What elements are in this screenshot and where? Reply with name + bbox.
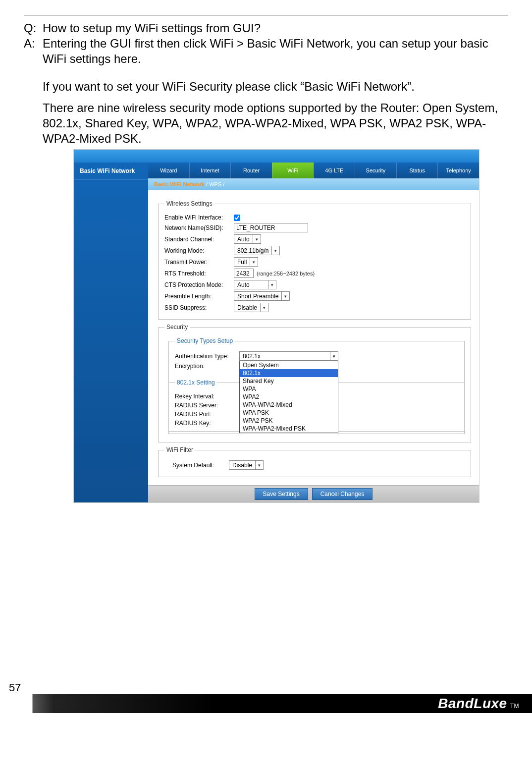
label-system-default: System Default: xyxy=(164,462,229,469)
wireless-settings-fieldset: Wireless Settings Enable WiFi Interface:… xyxy=(158,200,471,320)
option-shared-key[interactable]: Shared Key xyxy=(240,377,338,385)
answer-text-2: If you want to set your WiFi Security pl… xyxy=(43,79,508,94)
footer-bar: BandLuxeTM xyxy=(0,694,532,713)
channel-select[interactable]: Auto▾ xyxy=(234,234,261,244)
label-cts: CTS Protection Mode: xyxy=(164,281,234,288)
chevron-down-icon: ▾ xyxy=(271,246,279,255)
breadcrumb-current: Basic WiFi Network xyxy=(154,181,205,187)
label-radius-key: RADIUS Key: xyxy=(175,420,239,427)
label-radius-server: RADIUS Server: xyxy=(175,402,239,409)
label-encryption: Encryption: xyxy=(175,363,239,370)
system-default-select[interactable]: Disable▾ xyxy=(229,460,264,470)
page-number: 57 xyxy=(0,681,532,694)
preamble-select[interactable]: Short Preamble▾ xyxy=(234,291,290,301)
chevron-down-icon: ▾ xyxy=(268,280,276,289)
chevron-down-icon: ▾ xyxy=(281,292,289,300)
8021x-legend: 802.1x Setting xyxy=(175,379,217,386)
label-rts: RTS Threshold: xyxy=(164,270,234,277)
label-auth-type: Authentication Type: xyxy=(175,353,239,360)
rts-input[interactable] xyxy=(234,269,254,278)
breadcrumb: Basic WiFi Network / WPS / xyxy=(148,178,479,190)
rts-hint: (range:256~2432 bytes) xyxy=(257,271,315,276)
tab-wifi[interactable]: WiFi xyxy=(272,163,314,178)
option-wpa2-psk[interactable]: WPA2 PSK xyxy=(240,417,338,425)
label-preamble: Preamble Length: xyxy=(164,293,234,300)
tab-wizard[interactable]: Wizard xyxy=(148,163,189,178)
security-fieldset: Security Security Types Setup Authentica… xyxy=(158,324,471,442)
label-working-mode: Working Mode: xyxy=(164,247,234,254)
breadcrumb-wps[interactable]: WPS xyxy=(209,181,221,187)
option-wpa[interactable]: WPA xyxy=(240,385,338,393)
wireless-legend: Wireless Settings xyxy=(164,200,214,207)
router-gui-screenshot: Basic WiFi Network Wizard Internet Route… xyxy=(73,149,479,503)
option-wpa-wpa2-mixed-psk[interactable]: WPA-WPA2-Mixed PSK xyxy=(240,425,338,433)
save-settings-button[interactable]: Save Settings xyxy=(255,488,308,500)
tab-router[interactable]: Router xyxy=(230,163,272,178)
option-wpa-psk[interactable]: WPA PSK xyxy=(240,409,338,417)
button-bar: Save Settings Cancel Changes xyxy=(148,485,479,502)
label-radius-port: RADIUS Port: xyxy=(175,411,239,418)
cancel-changes-button[interactable]: Cancel Changes xyxy=(312,488,373,500)
top-tabs: Wizard Internet Router WiFi 4G LTE Secur… xyxy=(148,163,479,178)
working-mode-select[interactable]: 802.11b/g/n▾ xyxy=(234,246,280,255)
sidebar-item-basic-wifi[interactable]: Basic WiFi Network xyxy=(74,163,148,180)
cts-select[interactable]: Auto▾ xyxy=(234,280,276,289)
security-legend: Security xyxy=(164,324,190,330)
tab-security[interactable]: Security xyxy=(355,163,396,178)
chevron-down-icon: ▾ xyxy=(330,352,338,360)
a-label: A: xyxy=(24,36,43,66)
label-tx-power: Transmit Power: xyxy=(164,259,234,266)
label-ssid: Network Name(SSID): xyxy=(164,224,234,231)
auth-type-dropdown[interactable]: 802.1x▾ Open System 802.1x Shared Key WP… xyxy=(239,351,338,361)
ssid-suppress-select[interactable]: Disable▾ xyxy=(234,303,268,312)
chevron-down-icon: ▾ xyxy=(255,461,263,469)
tab-4glte[interactable]: 4G LTE xyxy=(314,163,355,178)
tab-status[interactable]: Status xyxy=(396,163,438,178)
ssid-input[interactable] xyxy=(234,223,308,232)
chevron-down-icon: ▾ xyxy=(253,235,261,243)
answer-text-1: Entering the GUI first then click WiFi >… xyxy=(43,36,508,66)
chevron-down-icon: ▾ xyxy=(260,303,268,312)
option-8021x[interactable]: 802.1x xyxy=(240,369,338,377)
option-wpa-wpa2-mixed[interactable]: WPA-WPA2-Mixed xyxy=(240,401,338,409)
tx-power-select[interactable]: Full▾ xyxy=(234,257,258,267)
tab-telephony[interactable]: Telephony xyxy=(437,163,479,178)
security-types-legend: Security Types Setup xyxy=(175,337,235,344)
option-open-system[interactable]: Open System xyxy=(240,361,338,369)
wifi-filter-legend: WiFi Filter xyxy=(164,446,195,453)
auth-type-options: Open System 802.1x Shared Key WPA WPA2 W… xyxy=(239,361,338,433)
q-label: Q: xyxy=(24,20,43,36)
answer-text-3: There are nine wireless security mode op… xyxy=(43,100,508,147)
label-ssid-suppress: SSID Suppress: xyxy=(164,304,234,311)
option-wpa2[interactable]: WPA2 xyxy=(240,393,338,401)
qa-block: Q: How to setup my WiFi settings from GU… xyxy=(24,20,508,146)
wifi-filter-fieldset: WiFi Filter System Default: Disable▾ xyxy=(158,446,471,477)
enable-wifi-checkbox[interactable] xyxy=(234,215,240,221)
sidebar: Basic WiFi Network xyxy=(74,163,148,502)
label-enable-wifi: Enable WiFi Interface: xyxy=(164,214,234,221)
trademark-icon: TM xyxy=(510,703,519,710)
tab-internet[interactable]: Internet xyxy=(189,163,231,178)
label-channel: Standard Channel: xyxy=(164,236,234,243)
question-text: How to setup my WiFi settings from GUI? xyxy=(43,20,508,36)
brand-logo: BandLuxeTM xyxy=(438,696,519,712)
label-rekey: Rekey Interval: xyxy=(175,393,239,400)
chevron-down-icon: ▾ xyxy=(250,258,258,266)
